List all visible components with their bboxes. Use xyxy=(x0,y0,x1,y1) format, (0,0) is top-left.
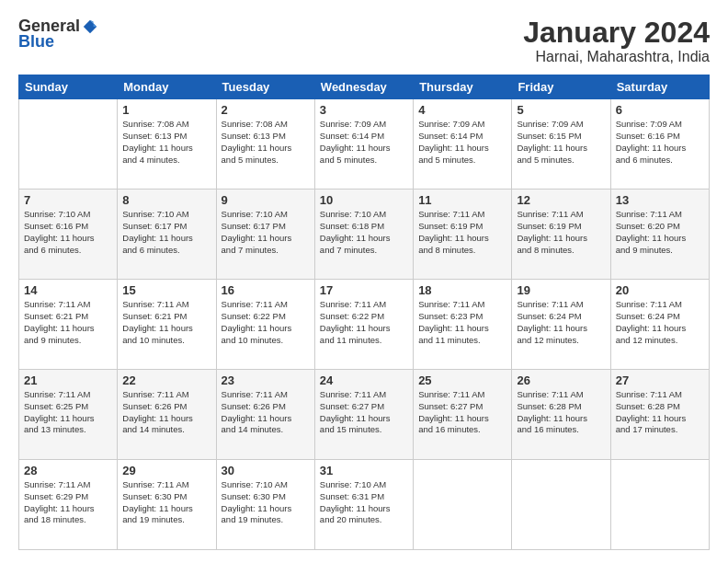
day-number: 21 xyxy=(24,373,112,387)
day-info: Sunrise: 7:10 AM Sunset: 6:30 PM Dayligh… xyxy=(222,479,310,526)
calendar-header-row: Sunday Monday Tuesday Wednesday Thursday… xyxy=(19,75,710,99)
calendar-cell xyxy=(414,460,512,550)
header-saturday: Saturday xyxy=(610,75,709,99)
day-info: Sunrise: 7:10 AM Sunset: 6:17 PM Dayligh… xyxy=(222,209,310,256)
calendar-cell: 18Sunrise: 7:11 AM Sunset: 6:23 PM Dayli… xyxy=(414,280,512,370)
day-info: Sunrise: 7:11 AM Sunset: 6:28 PM Dayligh… xyxy=(616,389,704,436)
calendar-week-3: 14Sunrise: 7:11 AM Sunset: 6:21 PM Dayli… xyxy=(19,280,710,370)
day-number: 14 xyxy=(24,283,112,297)
header-friday: Friday xyxy=(512,75,610,99)
day-info: Sunrise: 7:11 AM Sunset: 6:19 PM Dayligh… xyxy=(517,209,605,256)
day-number: 20 xyxy=(616,283,704,297)
calendar-cell: 23Sunrise: 7:11 AM Sunset: 6:26 PM Dayli… xyxy=(216,370,314,460)
calendar-table: Sunday Monday Tuesday Wednesday Thursday… xyxy=(18,75,710,550)
calendar-cell: 31Sunrise: 7:10 AM Sunset: 6:31 PM Dayli… xyxy=(314,460,413,550)
calendar-cell: 11Sunrise: 7:11 AM Sunset: 6:19 PM Dayli… xyxy=(414,190,512,280)
day-number: 16 xyxy=(222,283,310,297)
calendar-cell xyxy=(19,99,118,190)
day-info: Sunrise: 7:11 AM Sunset: 6:28 PM Dayligh… xyxy=(517,389,605,436)
day-number: 29 xyxy=(122,464,210,477)
calendar-cell: 5Sunrise: 7:09 AM Sunset: 6:15 PM Daylig… xyxy=(512,99,610,190)
day-number: 22 xyxy=(122,373,210,387)
calendar-cell: 8Sunrise: 7:10 AM Sunset: 6:17 PM Daylig… xyxy=(118,190,216,280)
calendar-week-1: 1Sunrise: 7:08 AM Sunset: 6:13 PM Daylig… xyxy=(19,99,710,190)
title-block: January 2024 Harnai, Maharashtra, India xyxy=(523,17,710,65)
calendar-cell: 25Sunrise: 7:11 AM Sunset: 6:27 PM Dayli… xyxy=(414,370,512,460)
header: General Blue January 2024 Harnai, Mahara… xyxy=(18,17,710,65)
calendar-cell: 13Sunrise: 7:11 AM Sunset: 6:20 PM Dayli… xyxy=(610,190,709,280)
calendar-cell: 21Sunrise: 7:11 AM Sunset: 6:25 PM Dayli… xyxy=(19,370,118,460)
day-number: 13 xyxy=(616,193,704,207)
day-number: 31 xyxy=(320,464,408,477)
day-info: Sunrise: 7:11 AM Sunset: 6:24 PM Dayligh… xyxy=(517,299,605,346)
calendar-cell: 9Sunrise: 7:10 AM Sunset: 6:17 PM Daylig… xyxy=(216,190,314,280)
day-number: 15 xyxy=(122,283,210,297)
day-number: 11 xyxy=(418,193,506,207)
day-number: 3 xyxy=(320,103,408,117)
day-info: Sunrise: 7:11 AM Sunset: 6:20 PM Dayligh… xyxy=(616,209,704,256)
calendar-cell: 10Sunrise: 7:10 AM Sunset: 6:18 PM Dayli… xyxy=(314,190,413,280)
day-number: 4 xyxy=(418,103,506,117)
day-number: 24 xyxy=(320,373,408,387)
calendar-week-2: 7Sunrise: 7:10 AM Sunset: 6:16 PM Daylig… xyxy=(19,190,710,280)
day-info: Sunrise: 7:11 AM Sunset: 6:23 PM Dayligh… xyxy=(418,299,506,346)
day-number: 1 xyxy=(122,103,210,117)
day-number: 30 xyxy=(222,464,310,477)
calendar-cell: 26Sunrise: 7:11 AM Sunset: 6:28 PM Dayli… xyxy=(512,370,610,460)
calendar-week-5: 28Sunrise: 7:11 AM Sunset: 6:29 PM Dayli… xyxy=(19,460,710,550)
calendar-cell: 2Sunrise: 7:08 AM Sunset: 6:13 PM Daylig… xyxy=(216,99,314,190)
day-info: Sunrise: 7:11 AM Sunset: 6:27 PM Dayligh… xyxy=(320,389,408,436)
day-info: Sunrise: 7:11 AM Sunset: 6:21 PM Dayligh… xyxy=(122,299,210,346)
day-info: Sunrise: 7:10 AM Sunset: 6:17 PM Dayligh… xyxy=(122,209,210,256)
calendar-cell: 24Sunrise: 7:11 AM Sunset: 6:27 PM Dayli… xyxy=(314,370,413,460)
header-sunday: Sunday xyxy=(19,75,118,99)
day-info: Sunrise: 7:09 AM Sunset: 6:14 PM Dayligh… xyxy=(320,119,408,166)
calendar-cell: 3Sunrise: 7:09 AM Sunset: 6:14 PM Daylig… xyxy=(314,99,413,190)
calendar-cell: 27Sunrise: 7:11 AM Sunset: 6:28 PM Dayli… xyxy=(610,370,709,460)
day-info: Sunrise: 7:11 AM Sunset: 6:22 PM Dayligh… xyxy=(222,299,310,346)
calendar-cell: 29Sunrise: 7:11 AM Sunset: 6:30 PM Dayli… xyxy=(118,460,216,550)
page: General Blue January 2024 Harnai, Mahara… xyxy=(0,0,728,563)
logo-icon xyxy=(82,18,98,35)
header-thursday: Thursday xyxy=(414,75,512,99)
calendar-cell: 4Sunrise: 7:09 AM Sunset: 6:14 PM Daylig… xyxy=(414,99,512,190)
calendar-cell: 19Sunrise: 7:11 AM Sunset: 6:24 PM Dayli… xyxy=(512,280,610,370)
day-info: Sunrise: 7:11 AM Sunset: 6:21 PM Dayligh… xyxy=(24,299,112,346)
day-info: Sunrise: 7:11 AM Sunset: 6:24 PM Dayligh… xyxy=(616,299,704,346)
day-info: Sunrise: 7:10 AM Sunset: 6:16 PM Dayligh… xyxy=(24,209,112,256)
day-number: 26 xyxy=(517,373,605,387)
day-number: 19 xyxy=(517,283,605,297)
day-number: 7 xyxy=(24,193,112,207)
day-number: 23 xyxy=(222,373,310,387)
day-number: 10 xyxy=(320,193,408,207)
day-info: Sunrise: 7:09 AM Sunset: 6:14 PM Dayligh… xyxy=(418,119,506,166)
calendar-week-4: 21Sunrise: 7:11 AM Sunset: 6:25 PM Dayli… xyxy=(19,370,710,460)
day-info: Sunrise: 7:08 AM Sunset: 6:13 PM Dayligh… xyxy=(222,119,310,166)
day-number: 17 xyxy=(320,283,408,297)
day-info: Sunrise: 7:11 AM Sunset: 6:26 PM Dayligh… xyxy=(222,389,310,436)
calendar-cell: 15Sunrise: 7:11 AM Sunset: 6:21 PM Dayli… xyxy=(118,280,216,370)
day-number: 25 xyxy=(418,373,506,387)
calendar-cell: 6Sunrise: 7:09 AM Sunset: 6:16 PM Daylig… xyxy=(610,99,709,190)
day-info: Sunrise: 7:11 AM Sunset: 6:26 PM Dayligh… xyxy=(122,389,210,436)
calendar-cell: 20Sunrise: 7:11 AM Sunset: 6:24 PM Dayli… xyxy=(610,280,709,370)
day-number: 5 xyxy=(517,103,605,117)
logo-blue-text: Blue xyxy=(18,32,54,52)
calendar-cell: 28Sunrise: 7:11 AM Sunset: 6:29 PM Dayli… xyxy=(19,460,118,550)
calendar-cell: 12Sunrise: 7:11 AM Sunset: 6:19 PM Dayli… xyxy=(512,190,610,280)
day-number: 12 xyxy=(517,193,605,207)
calendar-cell: 17Sunrise: 7:11 AM Sunset: 6:22 PM Dayli… xyxy=(314,280,413,370)
day-info: Sunrise: 7:09 AM Sunset: 6:15 PM Dayligh… xyxy=(517,119,605,166)
day-info: Sunrise: 7:11 AM Sunset: 6:19 PM Dayligh… xyxy=(418,209,506,256)
calendar-cell: 16Sunrise: 7:11 AM Sunset: 6:22 PM Dayli… xyxy=(216,280,314,370)
day-info: Sunrise: 7:10 AM Sunset: 6:18 PM Dayligh… xyxy=(320,209,408,256)
logo: General Blue xyxy=(18,17,98,52)
calendar-cell: 7Sunrise: 7:10 AM Sunset: 6:16 PM Daylig… xyxy=(19,190,118,280)
day-number: 2 xyxy=(222,103,310,117)
day-info: Sunrise: 7:09 AM Sunset: 6:16 PM Dayligh… xyxy=(616,119,704,166)
header-monday: Monday xyxy=(118,75,216,99)
day-info: Sunrise: 7:10 AM Sunset: 6:31 PM Dayligh… xyxy=(320,479,408,526)
day-number: 18 xyxy=(418,283,506,297)
calendar-title: January 2024 xyxy=(523,17,710,49)
calendar-cell: 30Sunrise: 7:10 AM Sunset: 6:30 PM Dayli… xyxy=(216,460,314,550)
